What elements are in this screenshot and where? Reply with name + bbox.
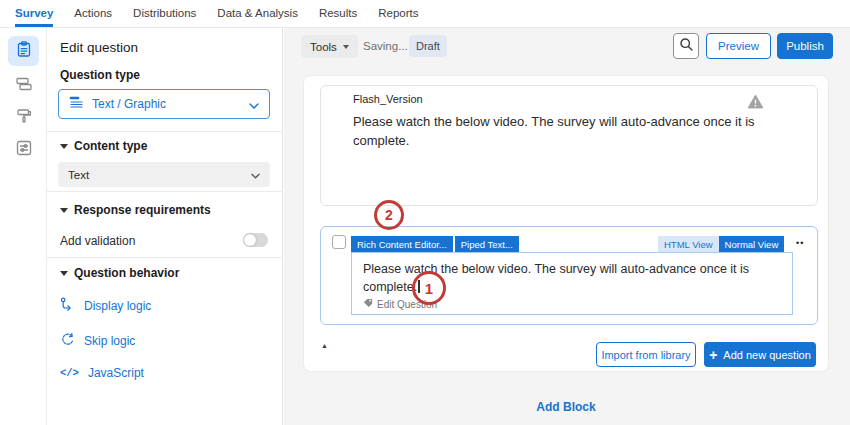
divider bbox=[47, 257, 283, 258]
question-name: Flash_Version bbox=[353, 93, 423, 105]
question-select-checkbox[interactable] bbox=[332, 235, 346, 249]
add-validation-toggle[interactable] bbox=[243, 233, 268, 247]
collapse-block-icon[interactable]: ▲ bbox=[321, 342, 328, 349]
divider bbox=[47, 131, 283, 132]
question-type-value: Text / Graphic bbox=[92, 97, 241, 111]
nav-tab-results[interactable]: Results bbox=[319, 0, 357, 27]
question-card-flash-version[interactable]: Flash_Version Please watch the below vid… bbox=[320, 85, 818, 206]
rail-item-survey-options[interactable] bbox=[8, 135, 39, 165]
content-type-label: Content type bbox=[74, 139, 147, 153]
content-type-select[interactable]: Text bbox=[58, 162, 270, 187]
javascript-link[interactable]: </> JavaScript bbox=[60, 366, 144, 380]
saving-status: Saving... bbox=[363, 40, 408, 52]
warning-icon[interactable] bbox=[747, 93, 764, 110]
normal-view-tab[interactable]: Normal View bbox=[719, 236, 785, 252]
question-behavior-section-header[interactable]: Question behavior bbox=[60, 266, 179, 280]
collapse-triangle-icon bbox=[60, 271, 68, 276]
skip-logic-link[interactable]: Skip logic bbox=[60, 332, 135, 350]
question-behavior-label: Question behavior bbox=[74, 266, 179, 280]
publish-button[interactable]: Publish bbox=[777, 33, 833, 59]
add-block-link[interactable]: Add Block bbox=[303, 400, 829, 414]
chevron-down-icon bbox=[249, 95, 259, 113]
branch-arrow-icon bbox=[60, 297, 75, 315]
qualtrics-survey-editor: Survey Actions Distributions Data & Anal… bbox=[0, 0, 850, 425]
left-icon-rail bbox=[0, 28, 47, 425]
annotation-circle-2: 2 bbox=[374, 200, 404, 230]
text-graphic-icon bbox=[69, 95, 84, 114]
rich-content-editor-tab[interactable]: Rich Content Editor... bbox=[351, 236, 453, 252]
tools-button[interactable]: Tools bbox=[301, 35, 358, 58]
rail-item-survey-builder[interactable] bbox=[8, 36, 39, 66]
plus-icon: + bbox=[709, 350, 717, 360]
display-logic-label: Display logic bbox=[84, 299, 151, 313]
skip-logic-label: Skip logic bbox=[84, 334, 135, 348]
survey-canvas: Tools Saving... Draft Preview Publish Fl… bbox=[284, 28, 850, 425]
piped-text-tab[interactable]: Piped Text... bbox=[455, 236, 519, 252]
rail-item-survey-flow[interactable] bbox=[8, 71, 39, 101]
settings-sliders-icon bbox=[15, 139, 33, 161]
tag-icon bbox=[363, 298, 373, 310]
code-icon: </> bbox=[60, 367, 79, 379]
question-text: Please watch the below video. The survey… bbox=[353, 112, 808, 150]
question-type-label: Question type bbox=[60, 68, 140, 82]
chevron-down-icon bbox=[343, 45, 349, 49]
toggle-knob bbox=[244, 234, 256, 246]
search-button[interactable] bbox=[673, 33, 699, 59]
chevron-down-icon bbox=[251, 169, 260, 181]
question-card-editing[interactable]: Rich Content Editor... Piped Text... HTM… bbox=[320, 226, 818, 325]
nav-tab-reports[interactable]: Reports bbox=[378, 0, 418, 27]
skip-loop-icon bbox=[60, 332, 75, 350]
nav-tab-distributions[interactable]: Distributions bbox=[133, 0, 196, 27]
annotation-circle-1: 1 bbox=[412, 271, 446, 305]
javascript-label: JavaScript bbox=[88, 366, 144, 380]
import-from-library-button[interactable]: Import from library bbox=[596, 342, 696, 367]
add-new-question-button[interactable]: + Add new question bbox=[704, 342, 816, 367]
panel-title: Edit question bbox=[60, 40, 138, 55]
collapse-triangle-icon bbox=[60, 208, 68, 213]
response-requirements-label: Response requirements bbox=[74, 203, 211, 217]
paint-roller-icon bbox=[15, 107, 33, 129]
draft-badge: Draft bbox=[409, 35, 447, 57]
content-type-value: Text bbox=[68, 169, 89, 181]
search-icon bbox=[679, 37, 694, 56]
display-logic-link[interactable]: Display logic bbox=[60, 297, 151, 315]
edit-question-panel: Edit question Question type Text / Graph… bbox=[47, 28, 283, 425]
content-type-section-header[interactable]: Content type bbox=[60, 139, 147, 153]
blocks-flow-icon bbox=[15, 75, 33, 97]
nav-tab-data-analysis[interactable]: Data & Analysis bbox=[217, 0, 298, 27]
nav-tab-survey[interactable]: Survey bbox=[15, 0, 53, 27]
preview-button[interactable]: Preview bbox=[706, 33, 771, 59]
add-new-question-label: Add new question bbox=[723, 349, 810, 361]
response-requirements-section-header[interactable]: Response requirements bbox=[60, 203, 211, 217]
clipboard-builder-icon bbox=[15, 40, 33, 62]
question-type-select[interactable]: Text / Graphic bbox=[58, 89, 270, 119]
rail-item-look-and-feel[interactable] bbox=[8, 103, 39, 133]
nav-tab-actions[interactable]: Actions bbox=[74, 0, 112, 27]
more-options-icon[interactable]: •• bbox=[796, 238, 804, 248]
editor-tool-tabs: Rich Content Editor... Piped Text... bbox=[351, 236, 519, 252]
html-view-tab[interactable]: HTML View bbox=[658, 236, 719, 252]
collapse-triangle-icon bbox=[60, 144, 68, 149]
view-mode-tabs: HTML View Normal View bbox=[658, 236, 784, 252]
divider bbox=[47, 191, 283, 192]
top-nav: Survey Actions Distributions Data & Anal… bbox=[0, 0, 850, 28]
tools-label: Tools bbox=[310, 41, 337, 53]
add-validation-label: Add validation bbox=[60, 234, 135, 248]
